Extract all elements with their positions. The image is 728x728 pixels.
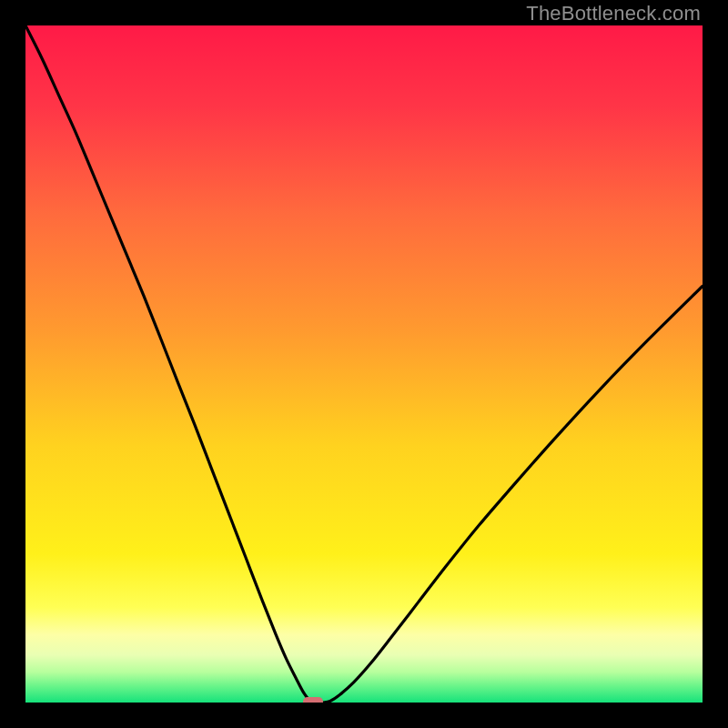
optimal-point-marker xyxy=(303,697,323,703)
bottleneck-curve xyxy=(25,25,703,703)
watermark-text: TheBottleneck.com xyxy=(526,2,701,25)
chart-frame: TheBottleneck.com xyxy=(0,0,728,728)
plot-area xyxy=(25,25,703,703)
